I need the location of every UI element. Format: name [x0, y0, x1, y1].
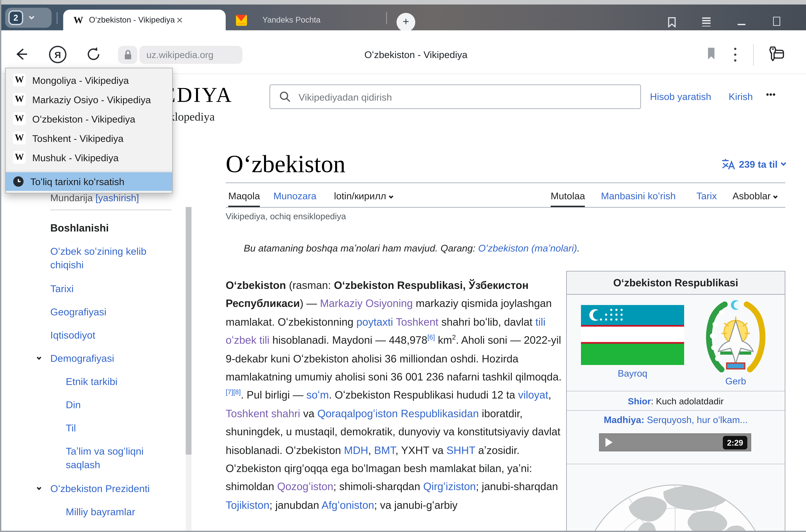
- back-button[interactable]: [14, 47, 28, 61]
- wikipedia-favicon: W: [13, 132, 26, 145]
- coat-of-arms[interactable]: [702, 299, 769, 375]
- history-item-label: Mushuk - Vikipediya: [32, 152, 119, 163]
- toc-header: Mundarija [yashirish]: [50, 192, 139, 203]
- chevron-down-icon: [773, 194, 778, 198]
- infobox-media: Bayroq Gerb: [567, 295, 785, 392]
- tab-view-source[interactable]: Manbasini koʻrish: [601, 190, 676, 201]
- active-tab-label: Oʻzbekiston - Vikipediya: [89, 16, 175, 24]
- location-map[interactable]: [567, 464, 785, 531]
- show-full-history-item[interactable]: Toʻliq tarixni koʻrsatish: [6, 172, 172, 191]
- audio-player[interactable]: 2:29: [599, 433, 751, 451]
- chevron-down-icon[interactable]: [37, 486, 41, 490]
- toc-subitem[interactable]: Milliy bayramlar: [66, 505, 195, 518]
- motto-label-link[interactable]: Shior: [628, 396, 651, 406]
- toc-title: Mundarija: [50, 192, 93, 203]
- create-account-link[interactable]: Hisob yaratish: [650, 91, 711, 102]
- toc-hide-link[interactable]: [yashirish]: [95, 192, 139, 203]
- arms-caption-link[interactable]: Gerb: [702, 376, 769, 386]
- toc-divider: [50, 210, 172, 210]
- play-icon[interactable]: [606, 438, 613, 447]
- chevron-down-icon: [389, 194, 393, 198]
- tab-close-icon[interactable]: ✕: [176, 15, 183, 25]
- plus-icon: +: [403, 16, 409, 28]
- toc-subitem[interactable]: Taʼlim va sogʻliqni saqlash: [66, 444, 162, 471]
- toc-subitem[interactable]: Etnik tarkibi: [66, 375, 195, 388]
- security-pill[interactable]: [118, 46, 137, 64]
- tab-count-badge: 2: [8, 10, 23, 25]
- tab-yandex-mail[interactable]: Yandeks Pochta: [230, 10, 384, 30]
- toc-item-label: Oʻzbekiston Prezidenti: [50, 483, 150, 494]
- toolbar-separator: [753, 44, 754, 66]
- toc-subitem[interactable]: Xalqaro munosabatlar: [66, 528, 195, 531]
- toc-item[interactable]: Oʻzbek soʻzining kelib chiqishi: [50, 244, 173, 271]
- language-selector[interactable]: 239 ta til: [608, 158, 785, 170]
- history-item[interactable]: W Mushuk - Vikipediya: [6, 148, 172, 167]
- tab-separator: [386, 12, 387, 24]
- tab-group-counter[interactable]: 2: [5, 8, 52, 28]
- tab-tools[interactable]: Asboblar: [732, 190, 777, 201]
- url-text: uz.wikipedia.org: [146, 50, 213, 60]
- tab-maqola[interactable]: Maqola: [228, 190, 260, 207]
- toc-subitem[interactable]: Din: [66, 398, 195, 412]
- tab-mutolaa[interactable]: Mutolaa: [551, 190, 585, 207]
- wikipedia-logo-tagline: klopediya: [169, 110, 215, 124]
- anthem-label-link[interactable]: Madhiya:: [604, 415, 644, 425]
- window-edge: [0, 0, 806, 4]
- dropdown-divider: [6, 167, 172, 172]
- passwords-icon[interactable]: [768, 46, 785, 62]
- audio-duration: 2:29: [723, 436, 747, 450]
- address-bar[interactable]: uz.wikipedia.org: [139, 46, 243, 64]
- lock-icon: [123, 50, 132, 60]
- search-input[interactable]: [297, 91, 640, 103]
- toc-item-expandable[interactable]: Demografiyasi: [50, 352, 179, 365]
- minimize-button[interactable]: [738, 24, 745, 25]
- yandex-search-icon[interactable]: Я: [49, 46, 66, 63]
- kebab-menu-icon[interactable]: •••: [734, 46, 738, 64]
- wikipedia-favicon: W: [13, 112, 26, 125]
- history-item[interactable]: W Markaziy Osiyo - Vikipediya: [6, 90, 172, 109]
- chevron-down-icon[interactable]: [37, 355, 41, 360]
- anthem-title-link[interactable]: Serquyosh, hur oʻlkam...: [644, 415, 748, 425]
- show-full-history-label: Toʻliq tarixni koʻrsatish: [30, 176, 124, 187]
- toc-subitem[interactable]: Til: [66, 421, 195, 435]
- wikipedia-favicon: W: [13, 93, 26, 106]
- new-tab-button[interactable]: +: [397, 13, 415, 32]
- browser-menu-icon[interactable]: [702, 17, 711, 28]
- tab-script-switcher[interactable]: lotin/кирилл: [334, 190, 392, 201]
- clock-icon: [13, 176, 24, 187]
- anthem-row: Madhiya: Serquyosh, hur oʻlkam... 2:29: [567, 415, 785, 464]
- address-bar-history-dropdown: W Mongoliya - Vikipediya W Markaziy Osiy…: [5, 68, 173, 193]
- maximize-button[interactable]: [773, 17, 780, 26]
- login-link[interactable]: Kirish: [729, 91, 753, 102]
- tab-munozara[interactable]: Munozara: [273, 190, 316, 201]
- toc-item[interactable]: Tarixi: [50, 282, 179, 295]
- toc-item-label: Demografiyasi: [50, 353, 114, 364]
- toc-scrollbar-thumb[interactable]: [186, 207, 192, 455]
- tab-separator: [57, 12, 57, 24]
- bookmarks-panel-icon[interactable]: [667, 17, 676, 28]
- window-edge: [0, 0, 1, 532]
- bookmark-icon[interactable]: [707, 48, 716, 59]
- reload-icon[interactable]: [86, 46, 102, 62]
- history-item[interactable]: W Oʻzbekiston - Vikipediya: [6, 109, 172, 128]
- tools-label: Asboblar: [732, 190, 771, 201]
- wikipedia-logo-wordmark: EDIYA: [162, 83, 233, 107]
- history-item[interactable]: W Toshkent - Vikipediya: [6, 128, 172, 148]
- wiki-search-box[interactable]: [270, 84, 641, 109]
- toc-item-boshlanishi[interactable]: Boshlanishi: [50, 221, 179, 235]
- dropdown-footer: [6, 191, 172, 193]
- motto-row: Shior: Kuch adolatdadir: [567, 392, 785, 411]
- history-item[interactable]: W Mongoliya - Vikipediya: [6, 70, 172, 90]
- country-infobox: Oʻzbekiston Respublikasi Bayr: [566, 271, 785, 531]
- tab-ozbekiston[interactable]: W Oʻzbekiston - Vikipediya ✕: [63, 10, 226, 30]
- history-item-label: Mongoliya - Vikipediya: [32, 75, 129, 86]
- flag-of-uzbekistan[interactable]: [581, 305, 684, 365]
- toc-item-expandable[interactable]: Oʻzbekiston Prezidenti: [50, 482, 179, 495]
- tab-history[interactable]: Tarix: [696, 190, 717, 201]
- header-more-menu[interactable]: •••: [766, 90, 776, 99]
- wikipedia-favicon: W: [13, 74, 26, 87]
- history-item-label: Markaziy Osiyo - Vikipediya: [32, 94, 151, 105]
- flag-caption-link[interactable]: Bayroq: [581, 368, 684, 379]
- toc-item[interactable]: Iqtisodiyot: [50, 328, 179, 342]
- toc-item[interactable]: Geografiyasi: [50, 305, 179, 319]
